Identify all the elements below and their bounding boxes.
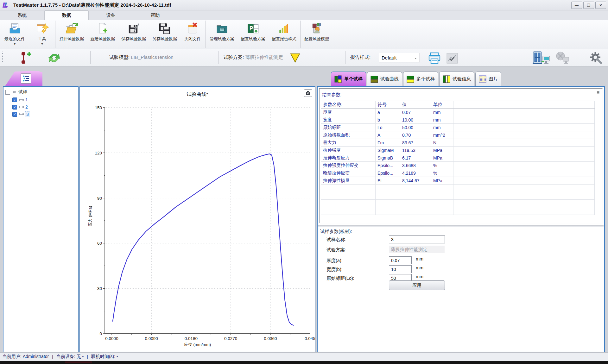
specimen-tree-panel: 试样 123 xyxy=(3,86,79,352)
result-row[interactable]: 原始横截面积A0.70mm^2 xyxy=(321,131,595,139)
report-style-button[interactable]: 配置报告样式 xyxy=(269,20,300,49)
recent-files-button[interactable]: 最近的文件 ▼ xyxy=(1,20,28,49)
result-row[interactable]: 原始标距Lo50.00mm xyxy=(321,124,595,131)
stress-strain-plot[interactable]: 03060901201500.00000.00900.01800.02700.0… xyxy=(80,87,315,352)
ribbon-button-label: 配置试验方案 xyxy=(241,36,265,42)
title-bar: TestMaster 1.1.7.75 - D:\Data\薄膜拉伸性能测定 2… xyxy=(0,0,608,10)
panel-menu-button[interactable]: ≡ xyxy=(595,89,602,95)
result-row[interactable]: 断裂拉伸应变Epsilo...4.2189% xyxy=(321,169,595,177)
result-cell xyxy=(453,154,595,162)
result-cell xyxy=(400,185,431,192)
config-scheme-icon: P xyxy=(246,22,260,35)
tools-button[interactable]: 工具 ▼ xyxy=(30,20,54,49)
apply-button[interactable]: 应用 xyxy=(389,280,445,290)
results-column-header: 符号 xyxy=(376,101,400,109)
tree-item-specimen-3[interactable]: 3 xyxy=(12,112,76,117)
config-scheme-button[interactable]: P 配置试验方案 xyxy=(238,20,269,49)
ribbon-button-label: 关闭文件 xyxy=(184,36,201,42)
chart-export-button[interactable] xyxy=(304,89,312,97)
tab-label: 单个试样 xyxy=(344,76,363,82)
result-cell xyxy=(453,147,595,154)
result-row[interactable]: 拉伸断裂应力SigmaB6.17MPa xyxy=(321,154,595,162)
report-style-select[interactable]: Default ⌄ xyxy=(379,53,420,62)
save-as-test-data-button[interactable]: 另存试验数据 xyxy=(149,20,180,49)
result-cell: N xyxy=(431,139,453,147)
tab-single-specimen[interactable]: 单个试样 xyxy=(331,72,366,86)
manage-scheme-button[interactable]: 管理试验方案 xyxy=(206,20,238,49)
settings-gear-icon[interactable] xyxy=(590,52,602,64)
menu-item-help[interactable]: 帮助 xyxy=(133,10,177,20)
recent-files-icon xyxy=(8,22,22,35)
result-cell: mm xyxy=(431,109,453,116)
result-row[interactable] xyxy=(321,200,595,207)
y-tick-label: 60 xyxy=(97,241,102,246)
refresh-icon[interactable] xyxy=(47,51,61,65)
result-cell: 83.67 xyxy=(400,139,431,147)
result-cell: Lo xyxy=(376,124,400,131)
width-label: 宽度(b): xyxy=(326,267,343,273)
model-value: LIB_PlasticsTension xyxy=(131,54,173,60)
toolbar-grip[interactable] xyxy=(2,52,3,64)
preview-curve-icon-disabled[interactable] xyxy=(446,52,459,64)
thickness-input[interactable] xyxy=(389,256,412,264)
result-cell: 宽度 xyxy=(321,116,376,124)
specimen-name-input[interactable] xyxy=(389,235,445,243)
minimize-button[interactable]: — xyxy=(571,2,582,9)
result-cell xyxy=(431,200,453,207)
specimen-checkbox[interactable] xyxy=(12,97,17,102)
tab-test-info[interactable]: 试验信息 xyxy=(439,72,474,86)
device-offline-icon[interactable] xyxy=(554,52,571,65)
print-report-icon[interactable] xyxy=(428,52,442,64)
result-cell: 最大力 xyxy=(321,139,376,147)
save-test-data-button[interactable]: 保存试验数据 xyxy=(118,20,149,49)
result-cell xyxy=(400,192,431,200)
width-input[interactable] xyxy=(389,265,412,273)
tab-label: 试验曲线 xyxy=(380,76,399,82)
result-row[interactable]: 拉伸弹性模量Et8,144.67MPa xyxy=(321,177,595,185)
result-row[interactable] xyxy=(321,207,595,215)
tree-root-item[interactable]: 试样 xyxy=(5,89,76,95)
specimen-name-label: 试样名称: xyxy=(326,237,346,243)
status-current-device: 当前设备: 无 - xyxy=(56,354,84,360)
horizontal-splitter[interactable] xyxy=(318,225,604,227)
menu-item-device[interactable]: 设备 xyxy=(89,10,133,20)
result-cell: SigmaB xyxy=(376,154,400,162)
tree-item-specimen-1[interactable]: 1 xyxy=(12,97,76,102)
open-test-data-button[interactable]: 打开试验数据 xyxy=(56,20,87,49)
ribbon-separator xyxy=(29,21,29,48)
tree-connector xyxy=(8,95,8,116)
bottom-strip-artifact xyxy=(65,361,92,363)
result-cell xyxy=(453,139,595,147)
result-cell: A xyxy=(376,131,400,139)
menu-item-system[interactable]: 系统 xyxy=(0,10,44,20)
tab-test-curve[interactable]: 试验曲线 xyxy=(367,72,402,86)
result-row[interactable] xyxy=(321,185,595,192)
menu-item-data[interactable]: 数据 xyxy=(44,10,89,20)
scheme-label: 试验方案: xyxy=(224,54,244,60)
result-row[interactable] xyxy=(321,192,595,200)
tree-item-specimen-2[interactable]: 2 xyxy=(12,104,76,110)
close-file-button[interactable]: 关闭文件 xyxy=(180,20,205,49)
tree-view-tab[interactable] xyxy=(5,71,42,86)
results-panel: 结果参数: 参数名称符号值单位 厚度a0.07mm宽度b10.00mm原始标距L… xyxy=(317,86,605,352)
single-specimen-icon xyxy=(334,75,342,83)
specimen-number: 3 xyxy=(25,112,30,117)
result-row[interactable]: 拉伸强度拉伸应变Epsilo...3.6688% xyxy=(321,162,595,169)
result-row[interactable]: 拉伸强度SigmaM119.53MPa xyxy=(321,147,595,154)
specimen-checkbox[interactable] xyxy=(12,112,17,117)
result-row[interactable]: 宽度b10.00mm xyxy=(321,116,595,124)
specimen-checkbox[interactable] xyxy=(12,105,17,110)
filter-funnel-icon[interactable] xyxy=(290,53,300,63)
result-row[interactable]: 最大力Fm83.67N xyxy=(321,139,595,147)
result-row[interactable]: 厚度a0.07mm xyxy=(321,109,595,116)
new-test-data-button[interactable]: 保存试验数据 新建试验数据 xyxy=(87,20,118,49)
root-checkbox[interactable] xyxy=(5,90,10,95)
maximize-button[interactable]: ❐ xyxy=(583,2,594,9)
machine-connection-icon[interactable] xyxy=(532,51,552,65)
close-button[interactable]: ✕ xyxy=(595,2,606,9)
tab-multi-specimen[interactable]: 多个试样 xyxy=(403,72,438,86)
add-specimen-icon[interactable] xyxy=(20,52,34,64)
config-model-button[interactable]: 配置试验模型 xyxy=(301,20,332,49)
tab-pictures[interactable]: 图片 xyxy=(475,72,501,86)
result-cell: 3.6688 xyxy=(400,162,431,169)
